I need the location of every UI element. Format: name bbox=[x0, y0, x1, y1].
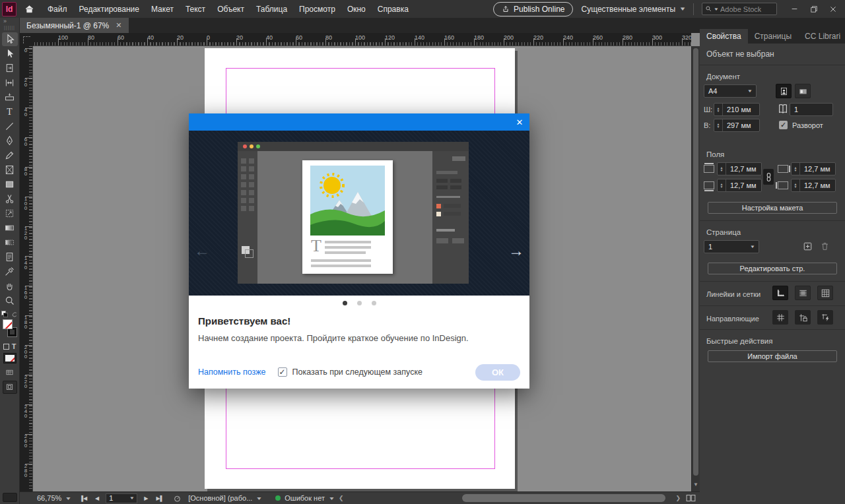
zoom-level[interactable]: 66,75% bbox=[37, 494, 61, 502]
menu-item[interactable]: Просмотр bbox=[293, 5, 341, 14]
add-page-icon[interactable] bbox=[803, 241, 813, 251]
horizontal-ruler[interactable]: 0100806040200204060801001201401601802002… bbox=[20, 33, 691, 46]
menu-item[interactable]: Макет bbox=[145, 5, 180, 14]
scroll-down-icon[interactable]: ▼ bbox=[692, 482, 700, 488]
next-page-button[interactable]: ▶ bbox=[144, 495, 148, 501]
remind-later-link[interactable]: Напомнить позже bbox=[198, 367, 266, 377]
page-size-select[interactable]: A4▼ bbox=[704, 84, 757, 98]
menu-item[interactable]: Текст bbox=[180, 5, 211, 14]
link-margins-icon[interactable] bbox=[763, 169, 774, 185]
frame-tool[interactable] bbox=[2, 163, 18, 177]
lock-guides-button[interactable] bbox=[795, 310, 811, 325]
vertical-scrollbar[interactable]: ▼ bbox=[691, 46, 700, 491]
height-stepper[interactable]: ▲▼297 мм bbox=[714, 119, 760, 132]
baseline-grid-button[interactable] bbox=[795, 286, 811, 300]
minimize-button[interactable] bbox=[785, 0, 804, 18]
tab-cc-libraries[interactable]: CC Libraries bbox=[798, 29, 840, 44]
carousel-dot[interactable] bbox=[357, 301, 362, 305]
screen-mode-button[interactable] bbox=[3, 381, 17, 394]
workspace-selector[interactable]: Существенные элементы ▼ bbox=[581, 5, 685, 14]
menu-item[interactable]: Окно bbox=[341, 5, 372, 14]
page-tool[interactable] bbox=[2, 61, 18, 75]
collapse-left-icon[interactable]: ❮ bbox=[339, 495, 344, 501]
pencil-tool[interactable] bbox=[2, 148, 18, 162]
orientation-landscape-button[interactable] bbox=[795, 84, 811, 98]
formatting-text-icon[interactable]: T bbox=[12, 342, 17, 350]
margin-top-stepper[interactable]: ▲▼12,7 мм bbox=[717, 162, 762, 175]
fill-swatch-none[interactable] bbox=[3, 319, 13, 329]
width-stepper[interactable]: ▲▼210 мм bbox=[714, 103, 760, 116]
close-tab-icon[interactable]: ✕ bbox=[116, 21, 121, 30]
dialog-close-icon[interactable]: ✕ bbox=[510, 117, 529, 127]
ruler-origin[interactable] bbox=[20, 33, 33, 46]
note-tool[interactable] bbox=[2, 250, 18, 264]
vertical-scrollbar-thumb[interactable] bbox=[693, 48, 698, 476]
close-button[interactable] bbox=[823, 0, 842, 18]
menu-item[interactable]: Файл bbox=[42, 5, 73, 14]
publish-online-button[interactable]: Publish Online bbox=[493, 2, 573, 16]
import-file-button[interactable]: Импорт файла bbox=[708, 350, 837, 362]
page-number-field[interactable]: 1▼ bbox=[106, 493, 137, 503]
chevron-down-icon[interactable]: ▼ bbox=[328, 496, 335, 501]
content-collector-tool[interactable] bbox=[2, 90, 18, 104]
adjust-layout-button[interactable]: Настройка макета bbox=[708, 202, 837, 214]
selection-tool[interactable] bbox=[2, 32, 18, 46]
chevron-down-icon[interactable]: ▼ bbox=[65, 496, 72, 501]
facing-pages-checkbox[interactable]: ✓ bbox=[779, 121, 788, 129]
pen-tool[interactable] bbox=[2, 134, 18, 148]
chevron-down-icon[interactable]: ▼ bbox=[256, 496, 263, 501]
tab-pages[interactable]: Страницы bbox=[748, 29, 798, 44]
direct-selection-tool[interactable] bbox=[2, 47, 18, 61]
line-tool[interactable] bbox=[2, 119, 18, 133]
gap-tool[interactable] bbox=[2, 76, 18, 90]
eyedropper-tool[interactable] bbox=[2, 265, 18, 278]
ok-button[interactable]: ОК bbox=[475, 364, 520, 381]
fill-stroke-swatches[interactable] bbox=[1, 319, 18, 340]
smart-guides-button[interactable] bbox=[817, 310, 833, 325]
stepper-arrows[interactable]: ▲▼ bbox=[714, 104, 723, 115]
show-rulers-button[interactable] bbox=[772, 286, 788, 300]
menu-item[interactable]: Редактирование bbox=[73, 5, 145, 14]
dock-footer-button[interactable] bbox=[3, 493, 17, 502]
tab-properties[interactable]: Свойства bbox=[700, 29, 748, 44]
scissors-tool[interactable] bbox=[2, 192, 18, 206]
gradient-feather-tool[interactable] bbox=[2, 236, 18, 249]
menu-item[interactable]: Таблица bbox=[250, 5, 293, 14]
stepper-arrows[interactable]: ▲▼ bbox=[714, 119, 723, 131]
free-transform-tool[interactable] bbox=[2, 206, 18, 220]
preflight-status-text[interactable]: Ошибок нет bbox=[285, 494, 325, 502]
document-grid-button[interactable] bbox=[817, 286, 833, 300]
type-tool[interactable]: T bbox=[2, 105, 18, 119]
home-icon[interactable] bbox=[20, 0, 38, 18]
show-on-startup-checkbox[interactable]: ✓ bbox=[278, 367, 287, 377]
apply-none-button[interactable] bbox=[3, 353, 17, 363]
scroll-right-icon[interactable]: ❯ bbox=[675, 495, 681, 501]
gradient-tool[interactable] bbox=[2, 221, 18, 235]
first-page-button[interactable]: ▐◀ bbox=[79, 495, 87, 501]
default-swatches-icon[interactable] bbox=[1, 311, 8, 317]
menu-item[interactable]: Справка bbox=[372, 5, 415, 14]
orientation-portrait-button[interactable] bbox=[776, 84, 792, 98]
carousel-dot[interactable] bbox=[372, 301, 376, 305]
delete-page-icon[interactable] bbox=[820, 241, 830, 251]
carousel-dot[interactable] bbox=[343, 301, 347, 305]
document-tab[interactable]: Безымянный-1 @ 67% ✕ bbox=[20, 18, 129, 33]
preview-grid-icon[interactable] bbox=[5, 368, 15, 377]
adobe-stock-search-input[interactable]: ▼ Adobe Stock bbox=[702, 3, 777, 15]
pages-count-field[interactable]: 1 bbox=[790, 103, 833, 116]
edit-page-button[interactable]: Редактировать стр. bbox=[708, 263, 837, 274]
restore-button[interactable] bbox=[804, 0, 823, 18]
hand-tool[interactable] bbox=[2, 279, 18, 293]
menu-item[interactable]: Объект bbox=[211, 5, 250, 14]
prev-page-button[interactable]: ◀ bbox=[95, 495, 99, 501]
carousel-next-icon[interactable]: → bbox=[508, 241, 524, 260]
horizontal-scrollbar-thumb[interactable] bbox=[462, 494, 665, 502]
vertical-ruler[interactable]: 020406080100120140160180200220240260280 bbox=[20, 46, 33, 491]
zoom-tool[interactable] bbox=[2, 294, 18, 307]
rectangle-tool[interactable] bbox=[2, 177, 18, 191]
last-page-button[interactable]: ▶▌ bbox=[156, 495, 164, 501]
margin-left-stepper[interactable]: ▲▼12,7 мм bbox=[791, 179, 836, 192]
dock-grip[interactable]: |||||| bbox=[0, 26, 19, 30]
swap-fill-stroke-icon[interactable] bbox=[11, 311, 18, 318]
carousel-prev-icon[interactable]: ← bbox=[194, 241, 210, 260]
